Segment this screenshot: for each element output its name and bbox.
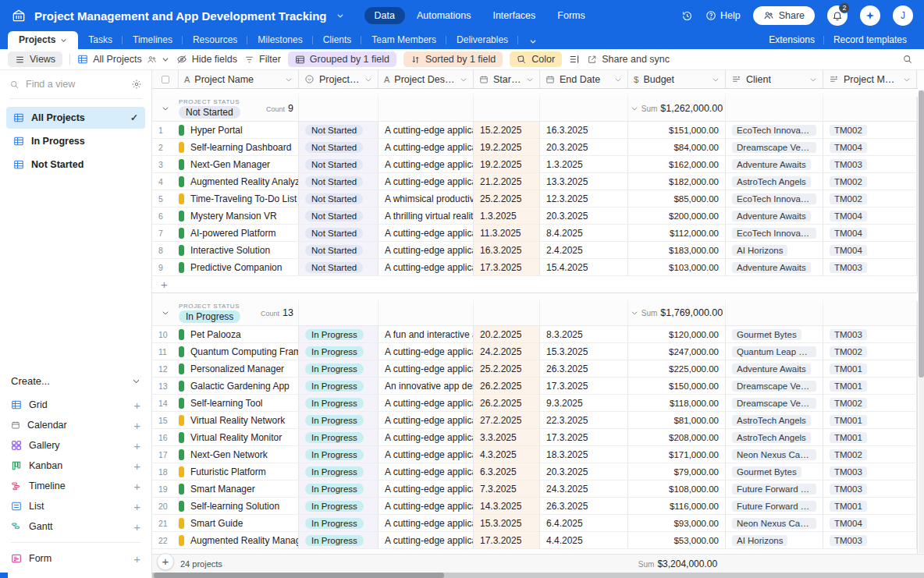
- chevron-down-icon[interactable]: [631, 309, 638, 317]
- column-header-name[interactable]: AProject Name: [179, 70, 299, 88]
- chevron-down-icon[interactable]: [631, 105, 638, 112]
- project-manager-cell[interactable]: TM002: [823, 343, 917, 360]
- table-row[interactable]: 6Mystery Mansion VRNot StartedA thrillin…: [152, 207, 917, 225]
- budget-cell[interactable]: $85,000.00: [628, 190, 726, 207]
- project-status-cell[interactable]: Not Started: [299, 139, 378, 155]
- end-date-cell[interactable]: 22.3.2025: [540, 412, 628, 428]
- budget-cell[interactable]: $103,000.00: [628, 259, 726, 275]
- table-row[interactable]: 10Pet PaloozaIn ProgressA fun and intera…: [152, 326, 917, 343]
- project-status-cell[interactable]: Not Started: [299, 122, 378, 138]
- budget-cell[interactable]: $112,000.00: [628, 225, 726, 241]
- client-cell[interactable]: Gourmet Bytes: [726, 463, 823, 480]
- project-status-cell[interactable]: Not Started: [299, 156, 378, 172]
- project-manager-cell[interactable]: TM003: [823, 463, 917, 480]
- client-cell[interactable]: EcoTech Innovators: [726, 122, 823, 138]
- project-status-cell[interactable]: Not Started: [299, 225, 378, 241]
- project-manager-cell[interactable]: TM002: [823, 173, 917, 190]
- project-status-cell[interactable]: In Progress: [299, 378, 378, 394]
- table-row[interactable]: 3Next-Gen ManagerNot StartedA cutting-ed…: [152, 156, 917, 173]
- project-status-cell[interactable]: Not Started: [299, 207, 378, 224]
- end-date-cell[interactable]: 9.3.2025: [540, 395, 628, 411]
- project-status-cell[interactable]: In Progress: [299, 515, 378, 531]
- end-date-cell[interactable]: 24.3.2025: [540, 480, 628, 497]
- project-status-cell[interactable]: In Progress: [299, 429, 378, 445]
- sidebar-view-all-projects[interactable]: All Projects✓: [6, 107, 145, 129]
- budget-cell[interactable]: $225,000.00: [628, 360, 726, 377]
- end-date-cell[interactable]: 12.3.2025: [540, 190, 628, 207]
- client-cell[interactable]: AstroTech Angels: [726, 429, 823, 445]
- end-date-cell[interactable]: 26.3.2025: [540, 498, 628, 514]
- project-description-cell[interactable]: A cutting-edge applicatio...: [378, 463, 474, 480]
- start-date-cell[interactable]: 16.3.2025: [474, 242, 540, 258]
- start-date-cell[interactable]: 26.2.2025: [474, 395, 540, 411]
- project-description-cell[interactable]: An innovative app design...: [378, 378, 474, 394]
- create-grid[interactable]: Grid+: [11, 395, 140, 415]
- budget-cell[interactable]: $182,000.00: [628, 173, 726, 190]
- project-status-cell[interactable]: In Progress: [299, 532, 378, 548]
- plus-icon[interactable]: +: [133, 500, 140, 513]
- client-cell[interactable]: EcoTech Innovators: [726, 225, 823, 241]
- tab-deliverables[interactable]: Deliverables: [446, 31, 518, 49]
- filter-button[interactable]: Filter: [244, 54, 281, 65]
- link-extensions[interactable]: Extensions: [759, 31, 824, 49]
- table-row[interactable]: 18Futuristic PlatformIn ProgressA cuttin…: [152, 463, 917, 480]
- table-row[interactable]: 13Galactic Gardening AppIn ProgressAn in…: [152, 378, 917, 395]
- end-date-cell[interactable]: 17.3.2025: [540, 429, 628, 445]
- link-record-templates[interactable]: Record templates: [824, 31, 916, 49]
- plus-icon[interactable]: +: [133, 419, 140, 432]
- project-manager-cell[interactable]: TM004: [823, 225, 917, 241]
- grouped-button[interactable]: Grouped by 1 field: [288, 51, 396, 67]
- table-row[interactable]: 19Smart ManagerIn ProgressA cutting-edge…: [152, 480, 917, 498]
- project-status-cell[interactable]: Not Started: [299, 242, 378, 258]
- gear-icon[interactable]: [131, 79, 142, 90]
- current-view-button[interactable]: All Projects: [77, 54, 169, 65]
- project-manager-cell[interactable]: TM003: [823, 259, 917, 275]
- table-row[interactable]: 2Self-learning DashboardNot StartedA cut…: [152, 139, 917, 156]
- project-description-cell[interactable]: A cutting-edge applicatio...: [378, 139, 474, 155]
- search-icon[interactable]: [902, 54, 916, 65]
- table-row[interactable]: 20Self-learning SolutionIn ProgressA cut…: [152, 498, 917, 515]
- project-description-cell[interactable]: A cutting-edge applicatio...: [378, 173, 474, 190]
- project-name-cell[interactable]: Interactive Solution: [179, 242, 299, 258]
- start-date-cell[interactable]: 20.2.2025: [474, 326, 540, 342]
- end-date-cell[interactable]: 20.3.2025: [540, 139, 628, 155]
- project-description-cell[interactable]: A cutting-edge applicatio...: [378, 395, 474, 411]
- column-header-desc[interactable]: AProject Description: [378, 70, 474, 88]
- project-description-cell[interactable]: A cutting-edge applicatio...: [378, 412, 474, 428]
- end-date-cell[interactable]: 16.3.2025: [540, 122, 628, 138]
- start-date-cell[interactable]: 17.3.2025: [474, 532, 540, 548]
- title-chevron-down-icon[interactable]: [336, 12, 344, 20]
- project-name-cell[interactable]: AI-powered Platform: [179, 225, 299, 241]
- create-form[interactable]: Form+: [11, 548, 140, 569]
- tab-timelines[interactable]: Timelines: [123, 31, 183, 49]
- project-name-cell[interactable]: Smart Guide: [179, 515, 299, 531]
- hide-fields-button[interactable]: Hide fields: [176, 54, 237, 65]
- plus-icon[interactable]: +: [133, 399, 140, 412]
- end-date-cell[interactable]: 20.3.2025: [540, 463, 628, 480]
- plus-icon[interactable]: +: [133, 439, 140, 452]
- project-name-cell[interactable]: Quantum Computing Frame...: [179, 343, 299, 360]
- project-description-cell[interactable]: A fun and interactive app ...: [378, 326, 474, 342]
- column-header-pm[interactable]: Project Manager: [823, 70, 917, 88]
- client-cell[interactable]: Dreamscape Ventures: [726, 378, 823, 394]
- table-row[interactable]: 22Augmented Reality ManagerIn ProgressA …: [152, 532, 917, 549]
- project-status-cell[interactable]: In Progress: [299, 480, 378, 497]
- budget-cell[interactable]: $208,000.00: [628, 429, 726, 445]
- sorted-button[interactable]: Sorted by 1 field: [403, 51, 503, 67]
- client-cell[interactable]: Quantum Leap Fund: [726, 343, 823, 360]
- start-date-cell[interactable]: 19.2.2025: [474, 139, 540, 155]
- add-record-button[interactable]: +: [157, 553, 174, 570]
- project-manager-cell[interactable]: TM003: [823, 326, 917, 342]
- more-tables-chevron-icon[interactable]: [518, 34, 548, 49]
- project-name-cell[interactable]: Smart Manager: [179, 480, 299, 497]
- start-date-cell[interactable]: 25.2.2025: [474, 190, 540, 207]
- table-row[interactable]: 9Predictive CompanionNot StartedA cuttin…: [152, 259, 917, 276]
- project-manager-cell[interactable]: TM001: [823, 412, 917, 428]
- budget-cell[interactable]: $79,000.00: [628, 463, 726, 480]
- chevron-down-icon[interactable]: [809, 76, 817, 83]
- start-date-cell[interactable]: 17.3.2025: [474, 259, 540, 275]
- client-cell[interactable]: Future Forward Labs: [726, 498, 823, 514]
- project-status-cell[interactable]: Not Started: [299, 190, 378, 207]
- vertical-scrollbar[interactable]: [919, 90, 924, 553]
- project-name-cell[interactable]: Predictive Companion: [179, 259, 299, 275]
